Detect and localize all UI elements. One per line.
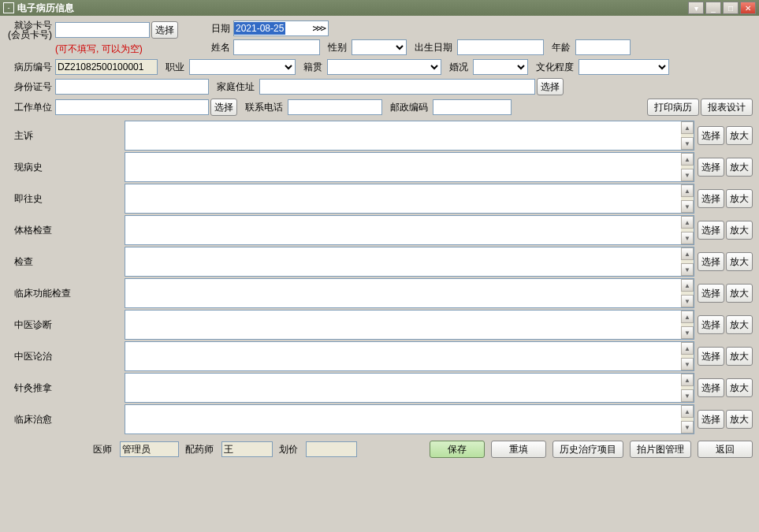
section-zoom-button[interactable]: 放大 (726, 252, 753, 271)
section-textarea[interactable] (125, 216, 681, 244)
scroll-up-icon[interactable]: ▲ (681, 311, 694, 323)
section-select-button[interactable]: 选择 (698, 410, 724, 429)
native-select[interactable] (327, 59, 441, 75)
phone-input[interactable] (288, 99, 382, 115)
card-input[interactable] (55, 22, 150, 38)
section-select-button[interactable]: 选择 (698, 347, 724, 366)
section-zoom-button[interactable]: 放大 (726, 378, 753, 397)
system-menu-icon[interactable]: - (3, 2, 14, 13)
sex-select[interactable] (352, 39, 407, 55)
section-textarea[interactable] (125, 374, 681, 402)
history-button[interactable]: 历史治疗项目 (553, 441, 623, 458)
scrollbar[interactable]: ▲▼ (681, 311, 694, 339)
date-label: 日期 (211, 22, 232, 35)
section-select-button[interactable]: 选择 (698, 221, 724, 240)
work-select-button[interactable]: 选择 (210, 99, 237, 116)
print-button[interactable]: 打印病历 (647, 99, 699, 116)
section-select-button[interactable]: 选择 (698, 189, 724, 208)
close-button[interactable]: ✕ (740, 2, 756, 14)
scroll-up-icon[interactable]: ▲ (681, 184, 694, 197)
scrollbar[interactable]: ▲▼ (681, 121, 694, 150)
section-select-button[interactable]: 选择 (698, 252, 724, 271)
section-zoom-button[interactable]: 放大 (726, 126, 753, 145)
scroll-up-icon[interactable]: ▲ (681, 342, 694, 355)
postal-input[interactable] (433, 99, 512, 115)
scroll-down-icon[interactable]: ▼ (681, 389, 694, 402)
save-button[interactable]: 保存 (430, 441, 485, 458)
price-input[interactable] (306, 441, 357, 457)
section-select-button[interactable]: 选择 (698, 284, 724, 303)
pharm-input[interactable] (221, 441, 273, 457)
section-textarea-wrap: ▲▼ (125, 373, 694, 403)
scroll-up-icon[interactable]: ▲ (681, 374, 694, 386)
scrollbar[interactable]: ▲▼ (681, 216, 694, 244)
work-input[interactable] (55, 99, 209, 115)
birth-input[interactable] (457, 39, 544, 55)
section-label: 即往史 (6, 192, 125, 206)
section-textarea[interactable] (125, 405, 681, 433)
id-input[interactable] (55, 79, 209, 95)
back-button[interactable]: 返回 (698, 441, 753, 458)
section-zoom-button[interactable]: 放大 (726, 189, 753, 208)
scroll-down-icon[interactable]: ▼ (681, 200, 694, 213)
minimize-button[interactable]: _ (705, 2, 721, 14)
card-select-button[interactable]: 选择 (151, 21, 178, 39)
hide-button[interactable]: ▾ (688, 2, 704, 14)
scroll-up-icon[interactable]: ▲ (681, 121, 694, 134)
date-picker[interactable]: 2021-08-25 >>> (233, 20, 329, 36)
reset-button[interactable]: 重填 (491, 441, 546, 458)
scroll-up-icon[interactable]: ▲ (681, 405, 694, 418)
scroll-down-icon[interactable]: ▼ (681, 295, 694, 307)
job-select[interactable] (189, 59, 296, 75)
section-zoom-button[interactable]: 放大 (726, 284, 753, 303)
section-select-button[interactable]: 选择 (698, 315, 724, 334)
section-select-button[interactable]: 选择 (698, 158, 724, 177)
photo-manage-button[interactable]: 拍片图管理 (630, 441, 691, 458)
section-zoom-button[interactable]: 放大 (726, 410, 753, 429)
scrollbar[interactable]: ▲▼ (681, 153, 694, 181)
edu-select[interactable] (579, 59, 669, 75)
scroll-down-icon[interactable]: ▼ (681, 263, 694, 276)
section-zoom-button[interactable]: 放大 (726, 221, 753, 240)
section-textarea[interactable] (125, 342, 681, 370)
scroll-down-icon[interactable]: ▼ (681, 326, 694, 339)
section-zoom-button[interactable]: 放大 (726, 158, 753, 177)
addr-select-button[interactable]: 选择 (537, 78, 564, 95)
scroll-up-icon[interactable]: ▲ (681, 279, 694, 292)
record-no-input[interactable] (55, 59, 158, 75)
section-textarea[interactable] (125, 121, 681, 150)
scroll-down-icon[interactable]: ▼ (681, 137, 694, 150)
scroll-down-icon[interactable]: ▼ (681, 421, 694, 433)
scroll-up-icon[interactable]: ▲ (681, 216, 694, 229)
section-select-button[interactable]: 选择 (698, 378, 724, 397)
marriage-select[interactable] (473, 59, 528, 75)
addr-input[interactable] (259, 79, 535, 95)
scrollbar[interactable]: ▲▼ (681, 342, 694, 370)
section-zoom-button[interactable]: 放大 (726, 315, 753, 334)
scrollbar[interactable]: ▲▼ (681, 405, 694, 433)
report-design-button[interactable]: 报表设计 (701, 99, 753, 116)
maximize-button[interactable]: □ (723, 2, 739, 14)
section-textarea[interactable] (125, 279, 681, 307)
scroll-down-icon[interactable]: ▼ (681, 232, 694, 244)
age-input[interactable] (575, 39, 631, 55)
scrollbar[interactable]: ▲▼ (681, 247, 694, 276)
section-textarea[interactable] (125, 153, 681, 181)
section-select-button[interactable]: 选择 (698, 126, 724, 145)
scrollbar[interactable]: ▲▼ (681, 279, 694, 307)
scroll-up-icon[interactable]: ▲ (681, 247, 694, 260)
section-textarea[interactable] (125, 184, 681, 213)
scroll-up-icon[interactable]: ▲ (681, 153, 694, 166)
date-dropdown-icon[interactable]: >>> (309, 23, 328, 34)
scrollbar[interactable]: ▲▼ (681, 374, 694, 402)
section-textarea[interactable] (125, 247, 681, 276)
work-label: 工作单位 (6, 101, 54, 114)
scroll-down-icon[interactable]: ▼ (681, 358, 694, 370)
scroll-down-icon[interactable]: ▼ (681, 169, 694, 181)
scrollbar[interactable]: ▲▼ (681, 184, 694, 213)
section-textarea[interactable] (125, 311, 681, 339)
titlebar: - 电子病历信息 ▾ _ □ ✕ (0, 0, 759, 16)
name-input[interactable] (233, 39, 320, 55)
doctor-input[interactable] (120, 441, 179, 457)
section-zoom-button[interactable]: 放大 (726, 347, 753, 366)
